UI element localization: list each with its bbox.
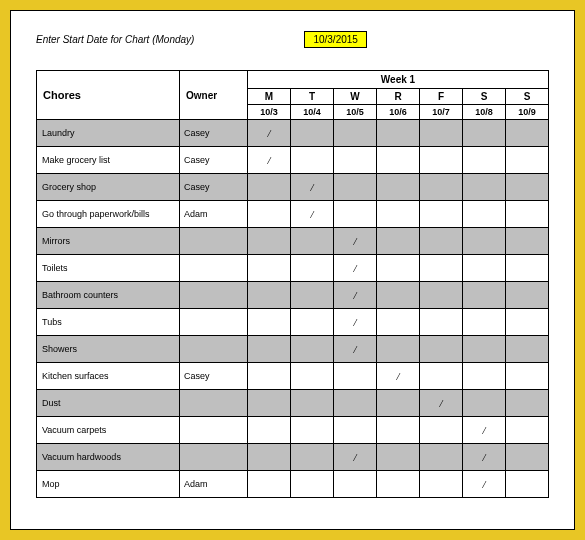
mark-cell[interactable] xyxy=(291,309,334,336)
mark-cell[interactable] xyxy=(420,471,463,498)
mark-cell[interactable] xyxy=(291,444,334,471)
mark-cell[interactable] xyxy=(463,147,506,174)
owner-cell[interactable] xyxy=(180,309,248,336)
mark-cell[interactable] xyxy=(506,255,549,282)
start-date-input[interactable]: 10/3/2015 xyxy=(304,31,367,48)
mark-cell[interactable] xyxy=(334,417,377,444)
mark-cell[interactable] xyxy=(291,336,334,363)
chore-cell[interactable]: Vacuum hardwoods xyxy=(37,444,180,471)
mark-cell[interactable] xyxy=(463,201,506,228)
chore-cell[interactable]: Mirrors xyxy=(37,228,180,255)
mark-cell[interactable] xyxy=(506,417,549,444)
owner-cell[interactable]: Casey xyxy=(180,120,248,147)
mark-cell[interactable] xyxy=(248,390,291,417)
mark-cell[interactable] xyxy=(291,417,334,444)
mark-cell[interactable] xyxy=(248,255,291,282)
mark-cell[interactable] xyxy=(463,363,506,390)
mark-cell[interactable] xyxy=(420,444,463,471)
mark-cell[interactable] xyxy=(463,255,506,282)
mark-cell[interactable]: / xyxy=(334,282,377,309)
mark-cell[interactable] xyxy=(334,471,377,498)
mark-cell[interactable] xyxy=(248,363,291,390)
mark-cell[interactable] xyxy=(420,255,463,282)
mark-cell[interactable] xyxy=(463,336,506,363)
mark-cell[interactable] xyxy=(420,228,463,255)
mark-cell[interactable] xyxy=(463,282,506,309)
mark-cell[interactable] xyxy=(291,390,334,417)
mark-cell[interactable]: / xyxy=(463,471,506,498)
mark-cell[interactable] xyxy=(248,471,291,498)
mark-cell[interactable] xyxy=(248,228,291,255)
mark-cell[interactable] xyxy=(377,282,420,309)
mark-cell[interactable]: / xyxy=(334,309,377,336)
owner-cell[interactable] xyxy=(180,417,248,444)
mark-cell[interactable] xyxy=(377,147,420,174)
owner-cell[interactable] xyxy=(180,336,248,363)
owner-cell[interactable] xyxy=(180,390,248,417)
chore-cell[interactable]: Toilets xyxy=(37,255,180,282)
chore-cell[interactable]: Grocery shop xyxy=(37,174,180,201)
mark-cell[interactable] xyxy=(420,336,463,363)
mark-cell[interactable]: / xyxy=(248,120,291,147)
owner-cell[interactable]: Casey xyxy=(180,174,248,201)
mark-cell[interactable] xyxy=(291,255,334,282)
mark-cell[interactable] xyxy=(248,201,291,228)
mark-cell[interactable] xyxy=(377,309,420,336)
mark-cell[interactable] xyxy=(506,471,549,498)
mark-cell[interactable] xyxy=(506,309,549,336)
mark-cell[interactable] xyxy=(463,228,506,255)
mark-cell[interactable] xyxy=(506,363,549,390)
mark-cell[interactable] xyxy=(420,282,463,309)
mark-cell[interactable]: / xyxy=(248,147,291,174)
owner-cell[interactable] xyxy=(180,255,248,282)
mark-cell[interactable] xyxy=(420,120,463,147)
mark-cell[interactable] xyxy=(291,120,334,147)
owner-cell[interactable]: Casey xyxy=(180,363,248,390)
mark-cell[interactable] xyxy=(420,417,463,444)
mark-cell[interactable] xyxy=(506,147,549,174)
mark-cell[interactable] xyxy=(291,147,334,174)
mark-cell[interactable] xyxy=(334,120,377,147)
owner-cell[interactable]: Adam xyxy=(180,201,248,228)
mark-cell[interactable] xyxy=(334,174,377,201)
mark-cell[interactable] xyxy=(334,390,377,417)
mark-cell[interactable] xyxy=(291,363,334,390)
mark-cell[interactable]: / xyxy=(334,228,377,255)
mark-cell[interactable] xyxy=(377,174,420,201)
mark-cell[interactable] xyxy=(248,444,291,471)
mark-cell[interactable] xyxy=(248,174,291,201)
mark-cell[interactable]: / xyxy=(334,255,377,282)
mark-cell[interactable] xyxy=(420,147,463,174)
mark-cell[interactable]: / xyxy=(420,390,463,417)
chore-cell[interactable]: Go through paperwork/bills xyxy=(37,201,180,228)
mark-cell[interactable] xyxy=(420,174,463,201)
mark-cell[interactable] xyxy=(377,390,420,417)
chore-cell[interactable]: Bathroom counters xyxy=(37,282,180,309)
chore-cell[interactable]: Make grocery list xyxy=(37,147,180,174)
owner-cell[interactable] xyxy=(180,228,248,255)
mark-cell[interactable] xyxy=(248,309,291,336)
mark-cell[interactable] xyxy=(420,309,463,336)
mark-cell[interactable] xyxy=(334,201,377,228)
mark-cell[interactable] xyxy=(506,228,549,255)
owner-cell[interactable]: Casey xyxy=(180,147,248,174)
owner-cell[interactable]: Adam xyxy=(180,471,248,498)
mark-cell[interactable] xyxy=(420,363,463,390)
mark-cell[interactable] xyxy=(506,282,549,309)
mark-cell[interactable] xyxy=(248,282,291,309)
mark-cell[interactable] xyxy=(377,201,420,228)
mark-cell[interactable] xyxy=(377,444,420,471)
mark-cell[interactable] xyxy=(334,363,377,390)
mark-cell[interactable] xyxy=(377,255,420,282)
chore-cell[interactable]: Vacuum carpets xyxy=(37,417,180,444)
mark-cell[interactable] xyxy=(377,228,420,255)
mark-cell[interactable] xyxy=(506,120,549,147)
mark-cell[interactable] xyxy=(506,444,549,471)
mark-cell[interactable] xyxy=(463,120,506,147)
mark-cell[interactable] xyxy=(377,120,420,147)
mark-cell[interactable] xyxy=(291,471,334,498)
mark-cell[interactable] xyxy=(248,336,291,363)
chore-cell[interactable]: Mop xyxy=(37,471,180,498)
mark-cell[interactable]: / xyxy=(463,444,506,471)
mark-cell[interactable] xyxy=(420,201,463,228)
